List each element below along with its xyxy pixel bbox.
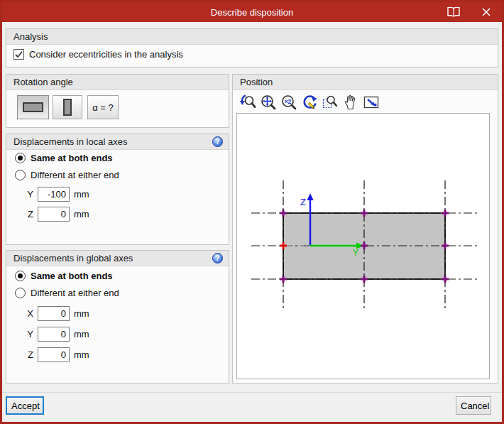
local-axes-help-icon[interactable]: ? xyxy=(212,136,223,147)
checkbox-checked-icon xyxy=(13,49,24,60)
global-y-field-row: Y mm xyxy=(25,327,89,342)
global-y-input[interactable] xyxy=(38,327,70,342)
titlebar[interactable]: Describe disposition xyxy=(2,2,502,22)
local-z-field-row: Z mm xyxy=(25,207,89,222)
global-z-label: Z xyxy=(25,349,33,360)
cancel-button[interactable]: Cancel xyxy=(456,396,491,415)
local-axes-group: Displacements in local axes ? Same at bo… xyxy=(6,134,229,245)
horizontal-section-icon xyxy=(23,102,43,112)
rotation-angle-header-label: Rotation angle xyxy=(13,77,73,87)
local-y-unit: mm xyxy=(74,189,89,200)
redraw-icon[interactable] xyxy=(300,93,318,111)
custom-angle-label: α = ? xyxy=(92,102,114,113)
local-z-unit: mm xyxy=(74,209,89,219)
radio-unselected-icon xyxy=(15,170,26,180)
section-position-canvas[interactable]: Z Y xyxy=(236,113,490,379)
window-title: Describe disposition xyxy=(2,7,502,18)
titlebar-icons xyxy=(445,2,495,22)
y-axis-label: Y xyxy=(353,248,358,258)
global-different-label: Different at either end xyxy=(31,288,119,298)
local-different-radio[interactable]: Different at either end xyxy=(15,170,119,180)
z-axis-label: Z xyxy=(300,197,306,207)
local-y-input[interactable] xyxy=(38,187,70,202)
rotation-angle-group: Rotation angle α = ? xyxy=(6,74,229,128)
global-axes-help-icon[interactable]: ? xyxy=(212,253,223,263)
zoom-previous-icon[interactable] xyxy=(239,93,256,111)
zoom-window-icon[interactable] xyxy=(321,93,339,111)
global-z-input[interactable] xyxy=(38,347,70,362)
local-axes-header: Displacements in local axes ? xyxy=(6,134,229,150)
global-x-input[interactable] xyxy=(38,306,70,321)
svg-text:×2: ×2 xyxy=(284,97,291,104)
radio-unselected-icon xyxy=(15,288,26,298)
global-different-radio[interactable]: Different at either end xyxy=(15,288,119,298)
local-z-input[interactable] xyxy=(38,207,70,222)
describe-disposition-dialog: Describe disposition Analysis xyxy=(0,0,504,424)
global-y-label: Y xyxy=(25,329,33,339)
radio-selected-icon xyxy=(15,153,26,163)
global-x-unit: mm xyxy=(74,308,89,319)
position-toolbar: ×2 xyxy=(239,93,380,111)
global-y-unit: mm xyxy=(74,329,89,339)
dialog-body: Analysis Consider eccentricities in the … xyxy=(2,22,502,422)
close-button[interactable] xyxy=(478,4,495,21)
close-icon xyxy=(482,8,491,16)
rotation-vertical-button[interactable] xyxy=(53,95,82,119)
global-x-field-row: X mm xyxy=(25,306,89,321)
book-icon xyxy=(447,6,461,18)
local-different-label: Different at either end xyxy=(31,170,119,180)
global-x-label: X xyxy=(25,308,33,319)
section-drawing: Z Y xyxy=(237,114,489,379)
global-z-unit: mm xyxy=(74,349,89,360)
local-z-label: Z xyxy=(25,209,33,219)
local-axes-header-label: Displacements in local axes xyxy=(13,136,127,147)
rotation-angle-header: Rotation angle xyxy=(6,75,229,90)
local-same-label: Same at both ends xyxy=(31,153,113,163)
position-header: Position xyxy=(233,75,498,90)
local-y-label: Y xyxy=(25,189,33,200)
accept-button[interactable]: Accept xyxy=(6,396,44,415)
consider-eccentricities-checkbox[interactable]: Consider eccentricities in the analysis xyxy=(13,49,183,60)
radio-selected-icon xyxy=(15,271,26,281)
analysis-group: Analysis Consider eccentricities in the … xyxy=(6,28,498,67)
footer-separator xyxy=(2,392,502,393)
global-z-field-row: Z mm xyxy=(25,347,89,362)
position-group: Position xyxy=(232,74,498,384)
global-same-radio[interactable]: Same at both ends xyxy=(15,271,113,281)
vertical-section-icon xyxy=(63,99,72,116)
global-axes-group: Displacements in global axes ? Same at b… xyxy=(6,250,229,384)
rotation-custom-angle-button[interactable]: α = ? xyxy=(87,95,119,119)
zoom-extents-icon[interactable] xyxy=(259,93,277,111)
global-same-label: Same at both ends xyxy=(31,271,113,281)
zoom-x2-icon[interactable]: ×2 xyxy=(280,93,297,111)
help-book-button[interactable] xyxy=(445,4,462,21)
analysis-header: Analysis xyxy=(6,29,498,45)
local-same-radio[interactable]: Same at both ends xyxy=(15,153,113,163)
rotation-horizontal-button[interactable] xyxy=(17,95,49,119)
position-header-label: Position xyxy=(240,77,273,87)
global-axes-header-label: Displacements in global axes xyxy=(13,253,133,263)
fit-to-window-icon[interactable] xyxy=(362,93,380,111)
analysis-header-label: Analysis xyxy=(13,31,48,42)
pan-icon[interactable] xyxy=(341,93,359,111)
checkbox-label: Consider eccentricities in the analysis xyxy=(29,49,183,60)
local-y-field-row: Y mm xyxy=(25,187,89,202)
global-axes-header: Displacements in global axes ? xyxy=(6,251,229,266)
